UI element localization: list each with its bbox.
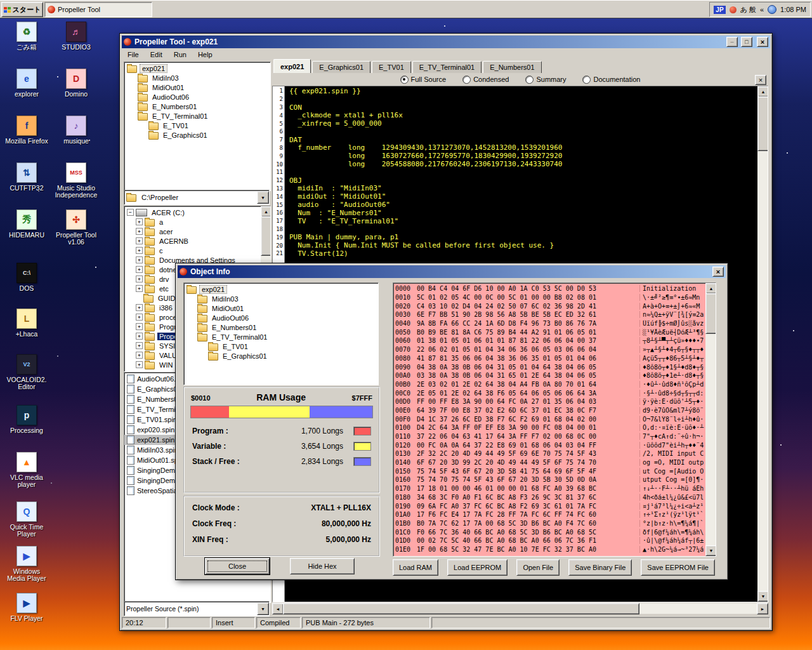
tray-clock-icon[interactable] <box>768 5 776 14</box>
scroll-right-arrow[interactable] <box>757 603 768 614</box>
dialog-close-icon[interactable] <box>712 267 724 277</box>
scroll-down-arrow[interactable] <box>757 591 768 602</box>
desktop-icon-propeller-tool[interactable]: ✣Propeller Tool v1.06 <box>53 209 99 246</box>
expand-toggle-icon[interactable]: + <box>136 247 143 254</box>
editor-horizontal-scrollbar[interactable] <box>272 603 768 614</box>
project-tree-item[interactable]: exp021 <box>124 63 270 73</box>
folder-tree-item[interactable]: +c <box>124 246 261 255</box>
minimize-button[interactable] <box>726 37 738 47</box>
tab-e-graphics01[interactable]: E_Graphics01 <box>312 61 370 73</box>
viewmode-documentation[interactable]: Documentation <box>582 76 640 84</box>
project-tree-item[interactable]: E_TV_Terminal01 <box>124 111 270 121</box>
menu-run[interactable]: Run <box>168 50 192 60</box>
expand-toggle-icon[interactable]: + <box>136 256 143 263</box>
dialog-titlebar[interactable]: Object Info <box>178 265 726 278</box>
save-binary-file-button[interactable]: Save Binary File <box>568 559 632 576</box>
expand-toggle-icon[interactable]: + <box>136 304 143 311</box>
expand-toggle-icon[interactable]: + <box>136 266 143 273</box>
ime-language-icon[interactable]: JP <box>714 6 725 14</box>
scroll-left-arrow[interactable] <box>272 603 284 614</box>
open-file-button[interactable]: Open File <box>516 559 560 576</box>
desktop-icon-domino[interactable]: DDomino <box>53 69 99 98</box>
load-eeprom-button[interactable]: Load EEPROM <box>447 559 508 576</box>
desktop-icon-flv-player[interactable]: ▶FLV Player <box>4 593 49 622</box>
folder-path-combo[interactable]: C:\Propeller <box>124 190 270 204</box>
tray-app-icon[interactable] <box>730 6 737 13</box>
file-filter-combo[interactable]: Propeller Source (*.spin) <box>124 601 270 615</box>
tab-e-tv-terminal01[interactable]: E_TV_Terminal01 <box>412 61 481 73</box>
editor-vertical-scrollbar[interactable] <box>757 86 768 602</box>
expand-toggle-icon[interactable]: + <box>136 314 143 321</box>
scroll-thumb[interactable] <box>261 216 271 256</box>
expand-toggle-icon[interactable]: − <box>127 209 134 216</box>
scroll-up-arrow[interactable] <box>705 283 716 294</box>
expand-toggle-icon[interactable]: + <box>136 275 143 282</box>
object-tree-item[interactable]: E_TV_Terminal01 <box>184 332 378 342</box>
load-ram-button[interactable]: Load RAM <box>393 559 438 576</box>
combo-dropdown-arrow[interactable] <box>257 191 269 204</box>
folder-tree-item[interactable]: +acer <box>124 227 261 236</box>
hex-scrollbar[interactable] <box>705 283 716 556</box>
hide-hex-button[interactable]: Hide Hex <box>290 558 355 574</box>
scroll-up-arrow[interactable] <box>757 86 768 97</box>
scroll-down-arrow[interactable] <box>705 545 716 556</box>
desktop-icon-windows-media-player[interactable]: ▶Windows Media Player <box>4 546 49 582</box>
tray-chevron[interactable]: « <box>760 6 764 13</box>
scroll-thumb[interactable] <box>705 293 716 334</box>
scroll-thumb[interactable] <box>283 603 639 614</box>
object-tree-item[interactable]: exp021 <box>184 284 378 294</box>
object-tree-item[interactable]: MidiIn03 <box>184 294 378 303</box>
desktop-icon-lhaca[interactable]: L+Lhaca <box>4 308 49 338</box>
expand-toggle-icon[interactable]: + <box>136 352 143 359</box>
viewmode-condensed[interactable]: Condensed <box>462 76 509 84</box>
desktop-icon-quicktime-player[interactable]: QQuick Time Player <box>4 501 49 538</box>
project-tree-item[interactable]: MidiIn03 <box>124 73 270 83</box>
expand-toggle-icon[interactable]: + <box>136 228 143 235</box>
object-tree-item[interactable]: AudioOut06 <box>184 313 378 322</box>
maximize-button[interactable] <box>741 37 752 47</box>
expand-toggle-icon[interactable]: + <box>136 285 143 292</box>
project-tree-item[interactable]: E_Graphics01 <box>124 130 270 140</box>
desktop-icon-recycle-bin[interactable]: ♻ごみ箱 <box>4 22 49 51</box>
close-dialog-button[interactable]: Close <box>205 558 270 574</box>
object-tree-item[interactable]: MidiOut01 <box>184 303 378 313</box>
scroll-up-arrow[interactable] <box>261 206 271 217</box>
desktop-icon-music-studio-independence[interactable]: MSSMusic Studio Independence <box>53 162 99 199</box>
desktop-icon-vlc-media-player[interactable]: ▲VLC media player <box>4 452 49 488</box>
expand-toggle-icon[interactable]: + <box>136 361 143 368</box>
task-button-propeller-tool[interactable]: Propeller Tool <box>44 2 152 17</box>
menu-edit[interactable]: Edit <box>145 50 168 60</box>
menu-file[interactable]: File <box>122 50 145 60</box>
desktop-icon-mozilla-firefox[interactable]: fMozilla Firefox <box>4 116 49 145</box>
object-tree-item[interactable]: E_Graphics01 <box>184 351 378 361</box>
project-tree-item[interactable]: E_Numbers01 <box>124 102 270 111</box>
project-tree-item[interactable]: E_TV01 <box>124 121 270 130</box>
desktop-icon-explorer[interactable]: eexplorer <box>4 69 49 98</box>
desktop-icon-studio3[interactable]: ♬STUDIO3 <box>53 22 99 51</box>
tab-e-tv01[interactable]: E_TV01 <box>372 61 411 73</box>
desktop-icon-vocaloid2-editor[interactable]: V2VOCALOID2. Editor <box>4 354 49 390</box>
folder-tree-item[interactable]: −ACER (C:) <box>124 208 261 217</box>
scroll-thumb[interactable] <box>757 96 768 151</box>
desktop-icon-dos[interactable]: C:\DOS <box>4 263 49 292</box>
viewmode-full-source[interactable]: Full Source <box>400 76 447 84</box>
object-tree-item[interactable]: E_TV01 <box>184 342 378 351</box>
desktop-icon-cutftp32[interactable]: ⇅CUTFTP32 <box>4 162 49 192</box>
project-tree-item[interactable]: MidiOut01 <box>124 83 270 92</box>
desktop-icon-hidemaru[interactable]: 秀HIDEMARU <box>4 209 49 239</box>
close-button[interactable] <box>757 37 768 47</box>
start-button[interactable]: スタート <box>1 2 43 17</box>
project-tree-item[interactable]: AudioOut06 <box>124 92 270 102</box>
window-titlebar[interactable]: Propeller Tool - exp021 <box>122 36 770 48</box>
save-eeprom-file-button[interactable]: Save EEPROM File <box>641 559 715 576</box>
expand-toggle-icon[interactable]: + <box>136 218 143 225</box>
editor-close-button[interactable] <box>755 75 766 85</box>
expand-toggle-icon[interactable]: + <box>136 237 143 244</box>
expand-toggle-icon[interactable]: + <box>136 333 143 340</box>
folder-tree-item[interactable]: +a <box>124 217 261 227</box>
desktop-icon-musique[interactable]: ♪musique <box>53 116 99 145</box>
desktop-icon-processing[interactable]: pProcessing <box>4 405 49 434</box>
tab-exp021[interactable]: exp021 <box>273 59 311 73</box>
tab-e-numbers01[interactable]: E_Numbers01 <box>483 61 541 73</box>
folder-tree-item[interactable]: +ACERNB <box>124 236 261 246</box>
